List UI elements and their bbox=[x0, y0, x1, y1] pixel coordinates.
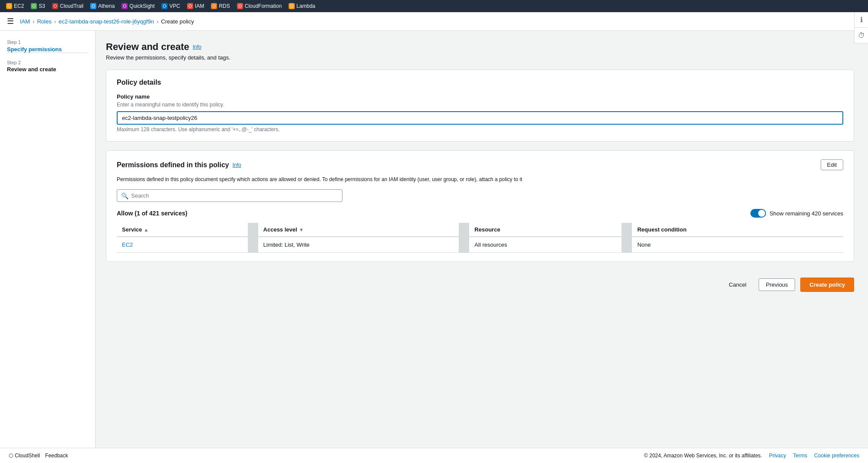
cloudformation-icon: ⬡ bbox=[237, 3, 243, 9]
nav-cloudtrail[interactable]: ⬡ CloudTrail bbox=[49, 2, 86, 10]
page-title-row: Review and create Info bbox=[106, 41, 854, 53]
action-row: Cancel Previous Create policy bbox=[106, 271, 854, 294]
breadcrumb-roles[interactable]: Roles bbox=[37, 18, 51, 25]
content-area: Review and create Info Review the permis… bbox=[95, 31, 868, 448]
info-side-icon[interactable]: ℹ bbox=[855, 12, 868, 28]
col-div-3 bbox=[621, 223, 632, 237]
previous-button[interactable]: Previous bbox=[759, 278, 796, 291]
nav-cloudformation[interactable]: ⬡ CloudFormation bbox=[234, 2, 284, 10]
page-info-link[interactable]: Info bbox=[193, 44, 201, 50]
settings-side-icon[interactable]: ⏱ bbox=[855, 28, 868, 43]
permissions-description: Permissions defined in this policy docum… bbox=[117, 175, 843, 183]
allow-header: Allow (1 of 421 services) Show remaining… bbox=[117, 209, 843, 218]
breadcrumb-current: Create policy bbox=[161, 18, 194, 25]
permissions-card: Permissions defined in this policy Info … bbox=[106, 150, 854, 262]
footer: ⬡ CloudShell Feedback © 2024, Amazon Web… bbox=[0, 448, 868, 463]
resource-cell: All resources bbox=[469, 237, 621, 253]
page-title: Review and create bbox=[106, 41, 189, 53]
col-div-2 bbox=[459, 223, 469, 237]
policy-details-title: Policy details bbox=[117, 79, 843, 86]
toggle-label: Show remaining 420 services bbox=[769, 210, 843, 217]
breadcrumb-bar: ☰ IAM › Roles › ec2-lambda-snap-test26-r… bbox=[0, 12, 868, 31]
edit-button[interactable]: Edit bbox=[821, 159, 843, 170]
lambda-icon: ⬡ bbox=[289, 3, 295, 9]
cloudshell-icon: ⬡ bbox=[9, 453, 13, 459]
col-div-1 bbox=[248, 223, 258, 237]
service-sort-icon: ▲ bbox=[144, 227, 148, 232]
vpc-icon: ⬡ bbox=[161, 3, 168, 9]
nav-vpc[interactable]: ⬡ VPC bbox=[159, 2, 183, 10]
permissions-table: Service ▲ Access level ▼ bbox=[117, 223, 843, 253]
permissions-header: Permissions defined in this policy Info … bbox=[117, 159, 843, 170]
page-subtitle: Review the permissions, specify details,… bbox=[106, 54, 854, 61]
search-input[interactable] bbox=[117, 189, 342, 202]
ec2-service-link[interactable]: EC2 bbox=[122, 241, 133, 248]
row-col-div-3 bbox=[621, 237, 632, 253]
permissions-title-row: Permissions defined in this policy Info bbox=[117, 161, 241, 169]
col-resource: Resource bbox=[469, 223, 621, 237]
policy-name-label: Policy name bbox=[117, 93, 843, 100]
nav-ec2[interactable]: ⬡ EC2 bbox=[3, 2, 26, 10]
toggle-row: Show remaining 420 services bbox=[750, 209, 843, 218]
breadcrumb-role-name[interactable]: ec2-lambda-snap-test26-role-j6yqgf9n bbox=[59, 18, 154, 25]
show-remaining-toggle[interactable] bbox=[750, 209, 766, 218]
nav-s3[interactable]: ⬡ S3 bbox=[28, 2, 48, 10]
service-cell: EC2 bbox=[117, 237, 248, 253]
permissions-title: Permissions defined in this policy bbox=[117, 161, 229, 169]
breadcrumb-sep-3: › bbox=[157, 18, 158, 25]
table-row: EC2 Limited: List, Write All resources N… bbox=[117, 237, 843, 253]
step2-label: Step 2 bbox=[7, 60, 88, 65]
cloudshell-button[interactable]: ⬡ CloudShell bbox=[9, 453, 40, 459]
cancel-button[interactable]: Cancel bbox=[722, 279, 753, 291]
policy-details-card: Policy details Policy name Enter a meani… bbox=[106, 69, 854, 142]
rds-icon: ⬡ bbox=[211, 3, 217, 9]
breadcrumb-sep-2: › bbox=[54, 18, 56, 25]
policy-name-hint: Enter a meaningful name to identify this… bbox=[117, 102, 843, 108]
sidebar-step1-title[interactable]: Specify permissions bbox=[7, 46, 62, 53]
breadcrumb-iam[interactable]: IAM bbox=[20, 18, 30, 25]
col-access-level[interactable]: Access level ▼ bbox=[258, 223, 459, 237]
cloudtrail-icon: ⬡ bbox=[52, 3, 58, 9]
access-level-cell: Limited: List, Write bbox=[258, 237, 459, 253]
policy-name-input[interactable] bbox=[117, 111, 843, 125]
col-request-condition: Request condition bbox=[632, 223, 843, 237]
allow-title: Allow (1 of 421 services) bbox=[117, 210, 187, 217]
nav-quicksight[interactable]: ⬡ QuickSight bbox=[119, 2, 157, 10]
footer-left: ⬡ CloudShell Feedback bbox=[9, 453, 68, 459]
footer-cookie-link[interactable]: Cookie preferences bbox=[814, 453, 859, 459]
side-icon-panel: ℹ ⏱ bbox=[854, 12, 868, 43]
nav-athena[interactable]: ⬡ Athena bbox=[88, 2, 117, 10]
toggle-thumb bbox=[758, 210, 765, 217]
table-header: Service ▲ Access level ▼ bbox=[117, 223, 843, 237]
request-condition-cell: None bbox=[632, 237, 843, 253]
sidebar-step2-title: Review and create bbox=[7, 66, 88, 73]
breadcrumb-sep-1: › bbox=[33, 18, 34, 25]
ec2-icon: ⬡ bbox=[6, 3, 12, 9]
permissions-info-link[interactable]: Info bbox=[233, 162, 241, 168]
policy-name-constraint: Maximum 128 characters. Use alphanumeric… bbox=[117, 126, 843, 132]
search-container: 🔍 bbox=[117, 189, 342, 202]
row-col-div-1 bbox=[248, 237, 258, 253]
footer-privacy-link[interactable]: Privacy bbox=[769, 453, 786, 459]
sidebar: Step 1 Specify permissions Step 2 Review… bbox=[0, 31, 95, 448]
footer-copyright: © 2024, Amazon Web Services, Inc. or its… bbox=[644, 453, 762, 459]
footer-terms-link[interactable]: Terms bbox=[793, 453, 807, 459]
create-policy-button[interactable]: Create policy bbox=[800, 278, 854, 292]
footer-right: © 2024, Amazon Web Services, Inc. or its… bbox=[644, 453, 859, 459]
nav-lambda[interactable]: ⬡ Lambda bbox=[286, 2, 318, 10]
row-col-div-2 bbox=[459, 237, 469, 253]
iam-icon: ⬡ bbox=[187, 3, 193, 9]
top-navigation: ⬡ EC2 ⬡ S3 ⬡ CloudTrail ⬡ Athena ⬡ Quick… bbox=[0, 0, 868, 12]
s3-icon: ⬡ bbox=[31, 3, 37, 9]
feedback-button[interactable]: Feedback bbox=[45, 453, 68, 459]
access-sort-icon: ▼ bbox=[299, 227, 304, 232]
search-icon: 🔍 bbox=[121, 192, 128, 199]
col-service[interactable]: Service ▲ bbox=[117, 223, 248, 237]
menu-button[interactable]: ☰ bbox=[7, 17, 17, 26]
athena-icon: ⬡ bbox=[90, 3, 96, 9]
nav-rds[interactable]: ⬡ RDS bbox=[208, 2, 232, 10]
nav-iam[interactable]: ⬡ IAM bbox=[184, 2, 207, 10]
step1-label: Step 1 bbox=[7, 40, 88, 45]
quicksight-icon: ⬡ bbox=[122, 3, 128, 9]
